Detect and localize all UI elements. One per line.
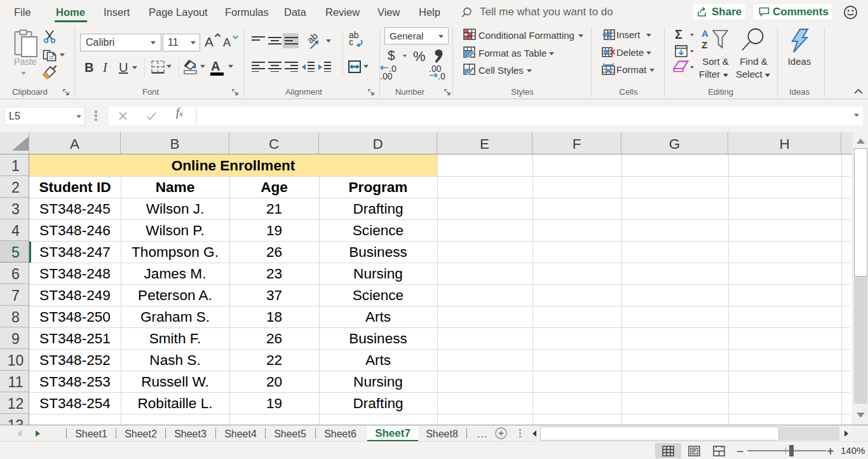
- svg-text:.0: .0: [438, 71, 445, 81]
- svg-text:.00: .00: [380, 71, 393, 81]
